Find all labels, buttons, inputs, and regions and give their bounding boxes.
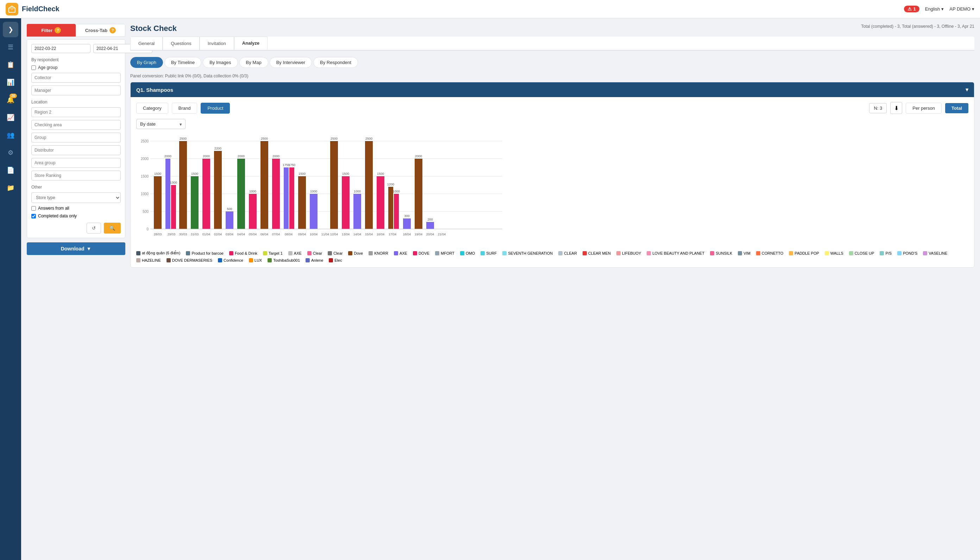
legend-color [849, 251, 853, 255]
sub-tab-by-images[interactable]: By Images [203, 57, 238, 68]
legend-item: PADDLE POP [789, 251, 819, 255]
collapse-icon[interactable]: ▾ [965, 87, 968, 93]
sidebar-item-reports[interactable]: 📋 [3, 57, 18, 72]
language-button[interactable]: English ▾ [925, 6, 944, 12]
sub-tab-by-respondent[interactable]: By Respondent [313, 57, 358, 68]
sidebar-item-files[interactable]: 📁 [3, 180, 18, 196]
legend-item: Elec [329, 258, 342, 262]
bar [415, 158, 422, 229]
download-button[interactable]: Download ▼ [27, 242, 125, 255]
svg-text:31/03: 31/03 [191, 233, 199, 236]
svg-text:16/04: 16/04 [377, 233, 385, 236]
legend-item: Food & Drink [229, 251, 257, 255]
legend-label: LIFEBUOY [622, 251, 641, 255]
svg-text:29/03: 29/03 [167, 233, 176, 236]
sidebar-item-analytics[interactable]: 📊 [3, 75, 18, 90]
q-tab-category[interactable]: Category [136, 103, 168, 113]
checking-area-input[interactable] [31, 120, 121, 130]
q-tab-product-label: Product [207, 105, 223, 111]
date-filter-select[interactable]: By date By week By month [136, 119, 185, 129]
question-title: Q1. Shampoos [136, 87, 173, 93]
svg-text:30/03: 30/03 [179, 233, 187, 236]
q-controls: Category Brand Product N: 3 ⬇ Per person… [136, 102, 968, 114]
legend-label: CLEAR [564, 251, 577, 255]
legend-item: LOVE BEAUTY AND PLANET [647, 251, 705, 255]
sub-tab-by-interviewer-label: By Interviewer [276, 60, 305, 65]
svg-text:06/04: 06/04 [260, 233, 269, 236]
q-tab-brand-label: Brand [179, 105, 191, 111]
sub-tab-by-respondent-label: By Respondent [320, 60, 351, 65]
search-button[interactable]: 🔍 [104, 223, 121, 233]
svg-text:1000: 1000 [141, 192, 149, 196]
tab-analyze[interactable]: Analyze [234, 37, 267, 50]
legend-label: at động quân (6 điểm) [142, 251, 180, 255]
user-button[interactable]: AP DEMO ▾ [949, 6, 974, 12]
tab-general-label: General [139, 41, 155, 46]
legend-label: ToshibaSub001 [273, 258, 300, 262]
total-button[interactable]: Total [945, 103, 968, 113]
q-tab-product[interactable]: Product [200, 103, 230, 113]
manager-input[interactable] [31, 85, 121, 95]
sidebar-item-trends[interactable]: 📈 [3, 110, 18, 125]
legend-color [394, 251, 398, 255]
age-group-checkbox[interactable] [31, 65, 36, 70]
alert-badge[interactable]: ⚠ 1 [904, 6, 919, 12]
date-from-input[interactable] [31, 44, 90, 53]
completed-data-checkbox[interactable] [31, 214, 36, 218]
filter-tab[interactable]: Filter ? [27, 24, 76, 37]
q-tab-brand[interactable]: Brand [172, 103, 197, 113]
svg-text:14/04: 14/04 [354, 233, 362, 236]
store-ranking-input[interactable] [31, 171, 121, 180]
store-type-select[interactable]: Store type [31, 192, 121, 203]
legend-color [460, 251, 464, 255]
svg-text:300: 300 [404, 214, 409, 218]
sub-tab-by-timeline[interactable]: By Timeline [164, 57, 201, 68]
bar [354, 194, 361, 229]
group-input[interactable] [31, 133, 121, 142]
sidebar-item-expand[interactable]: ❯ [3, 22, 18, 37]
navbar-right: ⚠ 1 English ▾ AP DEMO ▾ [904, 6, 974, 12]
chart-download-button[interactable]: ⬇ [890, 102, 902, 114]
answers-from-all-checkbox[interactable] [31, 206, 36, 211]
sidebar-item-users[interactable]: 👥 [3, 127, 18, 143]
legend-label: SEVENTH GENERATION [508, 251, 553, 255]
collector-input[interactable] [31, 73, 121, 83]
sidebar-item-settings[interactable]: ⚙ [3, 145, 18, 160]
date-filter-wrap: By date By week By month [136, 119, 185, 129]
bar [154, 176, 162, 229]
sub-tab-by-interviewer[interactable]: By Interviewer [270, 57, 312, 68]
svg-text:2500: 2500 [141, 139, 149, 143]
legend-label: KNORR [374, 251, 388, 255]
svg-text:2000: 2000 [203, 154, 210, 158]
svg-text:2000: 2000 [164, 154, 172, 158]
svg-text:10/04: 10/04 [310, 233, 318, 236]
chevron-down-icon: ▾ [972, 6, 974, 12]
sidebar-item-documents[interactable]: 📄 [3, 163, 18, 178]
legend-label: Target 1 [269, 251, 283, 255]
filter-card: By respondent Age group Location Other S… [27, 39, 125, 238]
sub-tab-by-graph[interactable]: By Graph [130, 57, 163, 68]
distributor-input[interactable] [31, 145, 121, 155]
sidebar-item-menu[interactable]: ☰ [3, 39, 18, 55]
legend-label: SURF [486, 251, 497, 255]
region-input[interactable] [31, 107, 121, 117]
bar [388, 187, 393, 229]
reset-button[interactable]: ↺ [87, 223, 101, 233]
tab-general[interactable]: General [130, 37, 163, 50]
sub-tab-by-map[interactable]: By Map [239, 57, 268, 68]
bar [214, 151, 222, 229]
crosstab-tab[interactable]: Cross-Tab ? [76, 24, 125, 37]
legend-color [647, 251, 651, 255]
legend-item: Dove [348, 251, 363, 255]
legend-item: CORNETTO [756, 251, 784, 255]
sidebar-item-notifications[interactable]: 🔔 20 [3, 92, 18, 108]
per-person-button[interactable]: Per person [906, 103, 942, 113]
age-group-label: Age group [38, 65, 57, 70]
tab-invitation[interactable]: Invitation [200, 37, 234, 50]
download-icon: ▼ [87, 246, 92, 252]
area-group-input[interactable] [31, 158, 121, 168]
svg-text:2500: 2500 [366, 138, 372, 140]
tab-questions[interactable]: Questions [163, 37, 200, 50]
svg-text:2000: 2000 [272, 154, 279, 158]
age-group-row: Age group [31, 65, 121, 70]
